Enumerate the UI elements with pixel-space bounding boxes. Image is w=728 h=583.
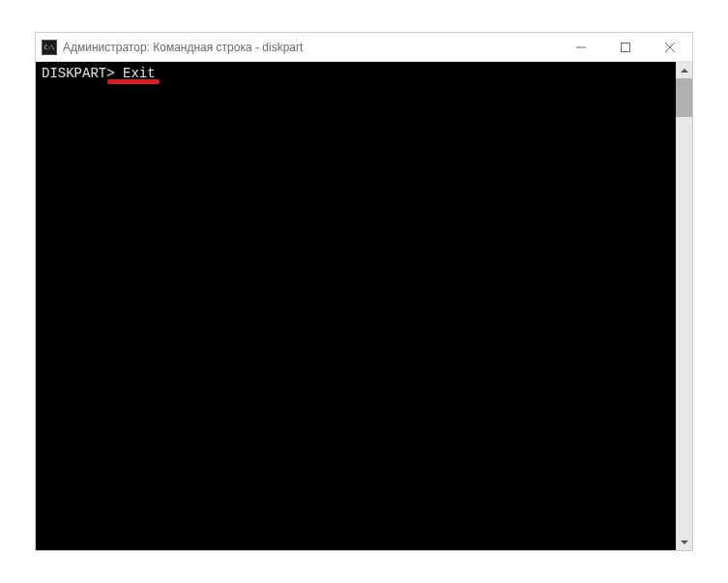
window-title: Администратор: Командная строка - diskpa… [63, 41, 559, 54]
titlebar[interactable]: C:\ Администратор: Командная строка - di… [36, 33, 692, 62]
chevron-down-icon [681, 540, 688, 544]
close-button[interactable] [648, 33, 692, 61]
prompt-prefix: DISKPART> [42, 66, 115, 81]
minimize-icon [576, 43, 586, 52]
window-controls [559, 33, 692, 61]
chevron-up-icon [681, 69, 688, 73]
scroll-down-button[interactable] [676, 534, 692, 550]
maximize-icon [621, 43, 630, 52]
svg-rect-1 [622, 43, 630, 51]
app-icon: C:\ [42, 40, 57, 55]
command-prompt-window: C:\ Администратор: Командная строка - di… [35, 32, 693, 551]
vertical-scrollbar[interactable] [676, 62, 692, 550]
cmd-icon: C:\ [44, 44, 55, 50]
terminal-area: DISKPART> Exit [36, 62, 692, 550]
scroll-thumb[interactable] [676, 78, 692, 117]
scroll-up-button[interactable] [676, 62, 692, 78]
terminal-content[interactable]: DISKPART> Exit [36, 62, 676, 550]
svg-marker-5 [681, 540, 688, 544]
minimize-button[interactable] [559, 33, 603, 61]
close-icon [665, 43, 675, 52]
red-underline-annotation [107, 79, 160, 84]
maximize-button[interactable] [603, 33, 648, 61]
svg-marker-4 [681, 69, 688, 73]
